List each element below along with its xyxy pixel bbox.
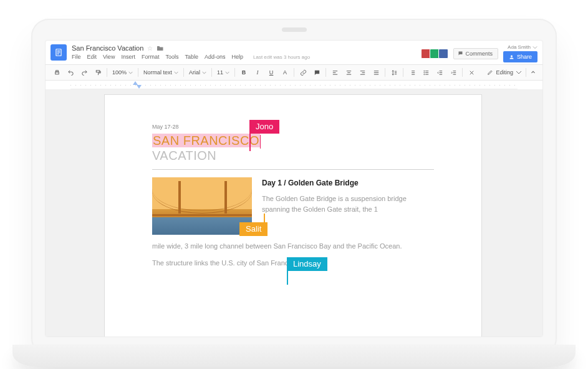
share-label: Share xyxy=(517,54,532,60)
underline-button[interactable]: U xyxy=(266,67,276,77)
svg-rect-4 xyxy=(55,72,59,74)
cursor-stem-jono xyxy=(249,132,251,151)
svg-point-25 xyxy=(423,71,424,71)
comments-button[interactable]: Comments xyxy=(453,48,498,59)
menu-file[interactable]: File xyxy=(72,54,81,60)
selected-title-text[interactable]: SAN FRANCISCO xyxy=(152,134,260,147)
collaborator-flag-jono: Jono xyxy=(249,120,279,134)
outdent-icon[interactable] xyxy=(435,67,445,77)
titlebar: San Francisco Vacation ☆ File Edit View … xyxy=(46,41,542,64)
cursor-jono xyxy=(260,135,261,149)
bullet-list-icon[interactable] xyxy=(421,67,431,77)
indent-marker-icon[interactable] xyxy=(137,85,142,89)
font-size-select[interactable]: 11 xyxy=(216,69,231,76)
bridge-photo[interactable] xyxy=(152,177,252,235)
line-spacing-icon[interactable] xyxy=(389,67,399,77)
title-line-1[interactable]: SAN FRANCISCO xyxy=(152,134,434,149)
align-center-icon[interactable] xyxy=(344,67,354,77)
comment-icon[interactable] xyxy=(312,67,322,77)
star-icon[interactable]: ☆ xyxy=(147,45,153,52)
date-text[interactable]: May 17-28 xyxy=(152,124,434,130)
collaborator-flag-lindsay: Lindsay xyxy=(287,257,327,271)
align-left-icon[interactable] xyxy=(330,67,340,77)
bold-button[interactable]: B xyxy=(239,67,249,77)
paragraph-1-start[interactable]: The Golden Gate Bridge is a suspension b… xyxy=(262,194,434,215)
menu-view[interactable]: View xyxy=(103,54,115,60)
font-select[interactable]: Arial xyxy=(188,69,208,76)
numbered-list-icon[interactable] xyxy=(407,67,417,77)
print-icon[interactable] xyxy=(52,67,62,77)
menu-tools[interactable]: Tools xyxy=(165,54,178,60)
svg-point-27 xyxy=(423,74,424,74)
menu-addons[interactable]: Add-ons xyxy=(205,54,226,60)
docs-app-icon[interactable] xyxy=(51,44,67,61)
app-window: San Francisco Vacation ☆ File Edit View … xyxy=(45,40,543,337)
zoom-select[interactable]: 100% xyxy=(111,69,134,76)
laptop-camera xyxy=(282,27,307,32)
horizontal-rule xyxy=(152,169,434,170)
menu-help[interactable]: Help xyxy=(231,54,243,60)
avatar[interactable] xyxy=(438,49,448,59)
menu-insert[interactable]: Insert xyxy=(121,54,135,60)
section-heading[interactable]: Day 1 / Golden Gate Bridge xyxy=(262,177,434,189)
comments-label: Comments xyxy=(465,51,493,57)
italic-button[interactable]: I xyxy=(253,67,263,77)
paint-format-icon[interactable] xyxy=(93,67,103,77)
editing-mode-button[interactable]: Editing xyxy=(487,69,522,76)
toolbar: 100% Normal text Arial 11 B I U A xyxy=(46,64,542,81)
menu-format[interactable]: Format xyxy=(142,54,160,60)
page[interactable]: May 17-28 SAN FRANCISCO VACATION Day 1 /… xyxy=(104,94,482,337)
align-right-icon[interactable] xyxy=(357,67,367,77)
indent-icon[interactable] xyxy=(448,67,458,77)
title-line-2[interactable]: VACATION xyxy=(152,149,434,163)
link-icon[interactable] xyxy=(298,67,308,77)
collapse-toolbar-icon[interactable] xyxy=(530,69,536,76)
laptop-frame: San Francisco Vacation ☆ File Edit View … xyxy=(31,19,557,356)
cursor-stem-lindsay xyxy=(287,271,288,285)
undo-icon[interactable] xyxy=(65,67,75,77)
text-color-button[interactable]: A xyxy=(280,67,290,77)
document-title[interactable]: San Francisco Vacation xyxy=(72,44,143,52)
paragraph-1-cont[interactable]: mile wide, 3 mile long channel between S… xyxy=(152,241,434,252)
folder-icon[interactable] xyxy=(157,45,164,51)
collaborator-flag-salit: Salit xyxy=(239,222,267,236)
svg-rect-6 xyxy=(96,70,100,72)
collaborator-avatars[interactable] xyxy=(422,49,448,59)
clear-formatting-icon[interactable] xyxy=(466,67,476,77)
redo-icon[interactable] xyxy=(79,67,89,77)
style-select[interactable]: Normal text xyxy=(142,69,180,76)
menubar: File Edit View Insert Format Tools Table… xyxy=(72,54,417,60)
ruler[interactable] xyxy=(70,81,518,89)
cursor-stem-salit xyxy=(264,214,265,222)
account-name[interactable]: Ada Smith xyxy=(508,44,537,50)
svg-rect-5 xyxy=(55,70,58,71)
last-edit-text: Last edit was 3 hours ago xyxy=(253,54,310,60)
document-canvas: May 17-28 SAN FRANCISCO VACATION Day 1 /… xyxy=(46,89,542,337)
laptop-base xyxy=(12,345,576,367)
share-button[interactable]: Share xyxy=(503,51,537,62)
menu-edit[interactable]: Edit xyxy=(87,54,97,60)
svg-point-26 xyxy=(423,72,424,73)
align-justify-icon[interactable] xyxy=(371,67,381,77)
menu-table[interactable]: Table xyxy=(185,54,198,60)
